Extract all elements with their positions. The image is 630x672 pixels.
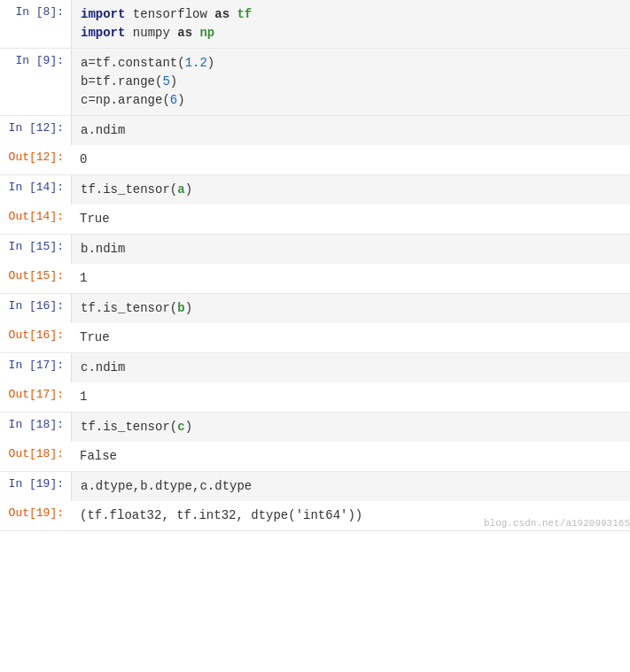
cell-input[interactable]: import tensorflow as tfimport numpy as n… xyxy=(71,0,630,48)
output-text: (tf.float32, tf.int32, dtype('int64')) xyxy=(80,506,362,525)
cell-input-row: In [14]:tf.is_tensor(a) xyxy=(0,175,630,205)
cell-input[interactable]: a.dtype,b.dtype,c.dtype xyxy=(71,472,630,501)
code-token: 5 xyxy=(162,74,169,89)
code-token: tf.is_tensor( xyxy=(81,182,177,197)
code-line: c.ndim xyxy=(81,359,621,377)
cell-output-row: Out[16]:True xyxy=(0,323,630,352)
code-token: ) xyxy=(185,420,192,434)
cell-input-row: In [9]:a=tf.constant(1.2)b=tf.range(5)c=… xyxy=(0,49,630,115)
code-line: a=tf.constant(1.2) xyxy=(81,54,621,73)
cell-input[interactable]: a=tf.constant(1.2)b=tf.range(5)c=np.aran… xyxy=(71,49,630,115)
cell-output: (tf.float32, tf.int32, dtype('int64'))bl… xyxy=(71,501,630,530)
code-token: a.dtype,b.dtype,c.dtype xyxy=(81,479,252,493)
output-text: 0 xyxy=(80,152,87,166)
cell-input-row: In [12]:a.ndim xyxy=(0,116,630,145)
code-token: a=tf.constant( xyxy=(81,56,185,70)
cell-output: True xyxy=(71,323,630,352)
cell-output-row: Out[17]:1 xyxy=(0,382,630,412)
code-token: numpy xyxy=(125,26,177,40)
out-label: Out[16]: xyxy=(0,323,71,347)
out-label: Out[18]: xyxy=(0,442,71,466)
code-line: tf.is_tensor(a) xyxy=(81,181,621,199)
output-text: False xyxy=(80,449,117,463)
cell-cell-16: In [16]:tf.is_tensor(b)Out[16]:True xyxy=(0,294,630,353)
code-token: c=np.arange( xyxy=(81,93,170,107)
code-token: ) xyxy=(177,93,184,107)
out-label: Out[15]: xyxy=(0,264,71,288)
in-label: In [16]: xyxy=(0,294,71,318)
code-token: a xyxy=(177,182,184,197)
cell-output-row: Out[14]:True xyxy=(0,205,630,234)
code-line: b=tf.range(5) xyxy=(81,73,621,91)
cell-output-row: Out[19]:(tf.float32, tf.int32, dtype('in… xyxy=(0,501,630,530)
cell-output-row: Out[12]:0 xyxy=(0,145,630,174)
in-label: In [9]: xyxy=(0,49,71,73)
cell-cell-14: In [14]:tf.is_tensor(a)Out[14]:True xyxy=(0,175,630,235)
cell-input-row: In [19]:a.dtype,b.dtype,c.dtype xyxy=(0,472,630,501)
out-label: Out[14]: xyxy=(0,205,71,228)
out-label: Out[12]: xyxy=(0,145,71,169)
code-token: as xyxy=(214,7,229,21)
code-token: import xyxy=(81,26,125,40)
code-token: tf xyxy=(229,7,252,21)
code-line: import tensorflow as tf xyxy=(81,5,621,24)
notebook: In [8]:import tensorflow as tfimport num… xyxy=(0,0,630,672)
cell-cell-19: In [19]:a.dtype,b.dtype,c.dtypeOut[19]:(… xyxy=(0,472,630,531)
code-line: import numpy as np xyxy=(81,24,621,42)
code-token: ) xyxy=(207,56,214,70)
output-text: 1 xyxy=(80,390,87,404)
cell-cell-15: In [15]:b.ndimOut[15]:1 xyxy=(0,235,630,294)
cell-output: 1 xyxy=(71,264,630,293)
code-token: 1.2 xyxy=(185,56,207,70)
out-label: Out[19]: xyxy=(0,501,71,525)
code-line: b.ndim xyxy=(81,240,621,259)
code-token: a.ndim xyxy=(81,123,125,137)
code-token: c.ndim xyxy=(81,360,125,375)
cell-cell-8: In [8]:import tensorflow as tfimport num… xyxy=(0,0,630,49)
code-token: np xyxy=(192,26,214,40)
out-label: Out[17]: xyxy=(0,382,71,406)
code-token: c xyxy=(177,420,184,434)
code-line: a.dtype,b.dtype,c.dtype xyxy=(81,477,621,496)
cell-cell-12: In [12]:a.ndimOut[12]:0 xyxy=(0,116,630,175)
code-token: ) xyxy=(185,182,192,197)
code-token: 6 xyxy=(170,93,177,107)
code-token: ) xyxy=(170,74,177,89)
cell-input[interactable]: c.ndim xyxy=(71,353,630,382)
code-line: tf.is_tensor(c) xyxy=(81,418,621,436)
code-token: b xyxy=(177,301,184,315)
cell-input-row: In [15]:b.ndim xyxy=(0,235,630,264)
in-label: In [19]: xyxy=(0,472,71,496)
in-label: In [17]: xyxy=(0,353,71,377)
cell-input-row: In [16]:tf.is_tensor(b) xyxy=(0,294,630,323)
code-token: import xyxy=(81,7,125,21)
in-label: In [12]: xyxy=(0,116,71,140)
cell-input-row: In [8]:import tensorflow as tfimport num… xyxy=(0,0,630,48)
output-text: 1 xyxy=(80,271,87,285)
cell-cell-17: In [17]:c.ndimOut[17]:1 xyxy=(0,353,630,413)
code-token: b.ndim xyxy=(81,242,125,256)
in-label: In [14]: xyxy=(0,175,71,199)
cell-input-row: In [18]:tf.is_tensor(c) xyxy=(0,413,630,442)
output-text: True xyxy=(80,330,110,344)
cell-output: False xyxy=(71,442,630,471)
code-line: tf.is_tensor(b) xyxy=(81,299,621,318)
watermark: blog.csdn.net/a1920993165 xyxy=(484,516,630,531)
cell-output-row: Out[15]:1 xyxy=(0,264,630,293)
cell-input[interactable]: tf.is_tensor(a) xyxy=(71,175,630,205)
code-token: tf.is_tensor( xyxy=(81,420,177,434)
cell-input[interactable]: tf.is_tensor(c) xyxy=(71,413,630,442)
cell-output: 1 xyxy=(71,382,630,412)
code-token: b=tf.range( xyxy=(81,74,162,89)
cell-input[interactable]: a.ndim xyxy=(71,116,630,145)
cell-output-row: Out[18]:False xyxy=(0,442,630,471)
code-token: tf.is_tensor( xyxy=(81,301,177,315)
code-line: c=np.arange(6) xyxy=(81,91,621,110)
code-token: tensorflow xyxy=(125,7,214,21)
in-label: In [18]: xyxy=(0,413,71,436)
cell-input[interactable]: b.ndim xyxy=(71,235,630,264)
code-line: a.ndim xyxy=(81,121,621,140)
code-token: as xyxy=(177,26,192,40)
cell-cell-9: In [9]:a=tf.constant(1.2)b=tf.range(5)c=… xyxy=(0,49,630,116)
cell-input[interactable]: tf.is_tensor(b) xyxy=(71,294,630,323)
